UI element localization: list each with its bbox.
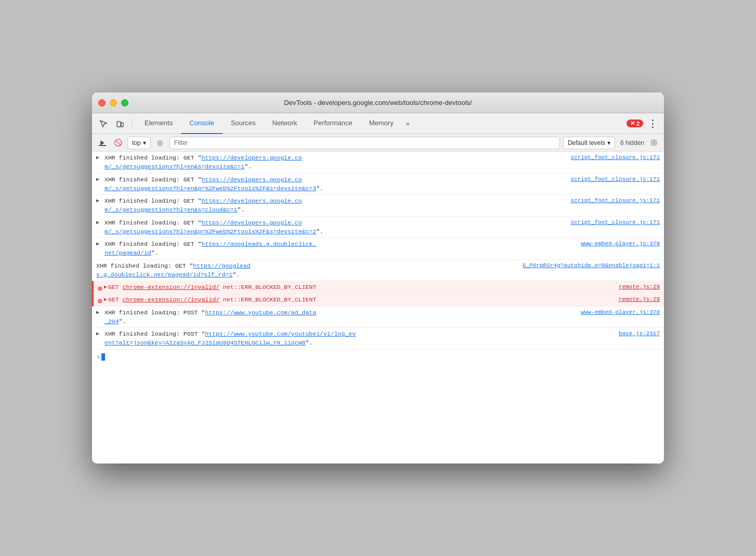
console-output: ▶ XHR finished loading: GET "https://dev… <box>92 152 664 464</box>
levels-selector[interactable]: Default levels ▾ <box>563 137 615 149</box>
tabs-container: Elements Console Sources Network Perform… <box>136 113 624 134</box>
source-link-5[interactable]: www-embed-player.js:378 <box>581 240 660 248</box>
log-entry-xhr4: ▶ XHR finished loading: GET "https://dev… <box>92 217 664 239</box>
log-entry-err2: ⊗ ▶ GET chrome-extension://invalid/ net:… <box>92 294 664 306</box>
toolbar-divider <box>132 118 132 129</box>
expand-arrow[interactable]: ▶ <box>96 240 99 248</box>
levels-label: Default levels <box>568 139 605 147</box>
more-options-button[interactable]: ⋮ <box>645 116 660 131</box>
preserve-log-button[interactable]: ◎ <box>154 137 166 149</box>
execute-script-button[interactable] <box>96 137 109 149</box>
source-link-err1[interactable]: remote.js:29 <box>619 283 660 292</box>
maximize-button[interactable] <box>121 99 128 107</box>
source-link-4[interactable]: script_foot_closure.js:171 <box>570 218 660 227</box>
devtools-window: DevTools - developers.google.com/web/too… <box>92 92 664 464</box>
error-circle-icon: ⊗ <box>98 284 102 295</box>
expand-arrow[interactable]: ▶ <box>96 197 99 205</box>
tab-sources[interactable]: Sources <box>223 113 264 134</box>
expand-arrow[interactable]: ▶ <box>104 283 107 291</box>
log-entry-xhr5: ▶ XHR finished loading: GET "https://goo… <box>92 238 664 260</box>
svg-point-4 <box>653 142 655 144</box>
source-link-3[interactable]: script_foot_closure.js:171 <box>570 196 660 205</box>
filter-input[interactable] <box>170 137 560 149</box>
source-link-1[interactable]: script_foot_closure.js:171 <box>570 153 660 162</box>
svg-rect-1 <box>121 123 123 127</box>
source-link-8[interactable]: base.js:2317 <box>619 329 660 338</box>
context-arrow: ▾ <box>143 139 146 147</box>
tab-console[interactable]: Console <box>181 113 223 134</box>
source-link-6[interactable]: G_P6rpRSr4g?autohide…o=0&enablejsapi=1:1 <box>523 261 660 270</box>
expand-arrow[interactable]: ▶ <box>96 309 99 316</box>
svg-rect-0 <box>117 122 121 127</box>
error-circle-icon-2: ⊗ <box>98 296 102 307</box>
minimize-button[interactable] <box>110 99 117 107</box>
title-bar: DevTools - developers.google.com/web/too… <box>92 92 664 113</box>
window-title: DevTools - developers.google.com/web/too… <box>284 99 472 107</box>
log-entry-err1: ⊗ ▶ GET chrome-extension://invalid/ net:… <box>92 281 664 294</box>
levels-arrow: ▾ <box>607 139 610 147</box>
tab-memory[interactable]: Memory <box>361 113 402 134</box>
traffic-lights <box>98 99 128 107</box>
log-entry-xhr6: XHR finished loading: GET "https://googl… <box>92 260 664 282</box>
log-entry-xhr3: ▶ XHR finished loading: GET "https://dev… <box>92 195 664 217</box>
more-tabs-button[interactable]: » <box>402 113 414 134</box>
err-url-2[interactable]: chrome-extension://invalid/ <box>123 296 219 303</box>
toolbar-right: ✕ 2 ⋮ <box>627 116 660 131</box>
error-badge-x: ✕ <box>630 120 635 127</box>
tab-network[interactable]: Network <box>264 113 306 134</box>
hidden-count: 6 hidden <box>620 139 644 147</box>
source-link-7[interactable]: www-embed-player.js:378 <box>581 308 660 317</box>
expand-arrow[interactable]: ▶ <box>96 154 99 162</box>
error-badge[interactable]: ✕ 2 <box>627 120 643 127</box>
tab-performance[interactable]: Performance <box>305 113 360 134</box>
inspect-element-button[interactable] <box>96 116 111 131</box>
err-url-1[interactable]: chrome-extension://invalid/ <box>123 284 219 290</box>
source-link-2[interactable]: script_foot_closure.js:171 <box>570 175 660 184</box>
expand-arrow[interactable]: ▶ <box>96 330 99 338</box>
log-entry-xhr7: ▶ XHR finished loading: POST "https://ww… <box>92 307 664 328</box>
expand-arrow-2[interactable]: ▶ <box>104 296 107 303</box>
block-network-button[interactable]: 🚫 <box>112 137 124 149</box>
error-count: 2 <box>636 121 640 127</box>
prompt-symbol: › <box>96 353 100 361</box>
tab-bar: Elements Console Sources Network Perform… <box>92 113 664 134</box>
svg-marker-2 <box>100 140 105 145</box>
expand-arrow[interactable]: ▶ <box>96 176 99 183</box>
prompt-cursor <box>101 353 105 361</box>
device-toolbar-button[interactable] <box>113 116 127 131</box>
console-prompt[interactable]: › <box>92 350 664 364</box>
expand-arrow[interactable]: ▶ <box>96 219 99 227</box>
source-link-err2[interactable]: remote.js:29 <box>619 295 660 304</box>
svg-rect-3 <box>99 145 106 146</box>
console-settings-button[interactable] <box>647 137 660 149</box>
log-entry-xhr8: ▶ XHR finished loading: POST "https://ww… <box>92 328 664 350</box>
log-entry-xhr1: ▶ XHR finished loading: GET "https://dev… <box>92 152 664 174</box>
context-selector[interactable]: top ▾ <box>127 137 151 149</box>
close-button[interactable] <box>98 99 106 107</box>
console-toolbar: 🚫 top ▾ ◎ Default levels ▾ 6 hidden <box>92 134 664 152</box>
context-value: top <box>132 139 141 147</box>
log-entry-xhr2: ▶ XHR finished loading: GET "https://dev… <box>92 174 664 195</box>
tab-elements[interactable]: Elements <box>136 113 181 134</box>
